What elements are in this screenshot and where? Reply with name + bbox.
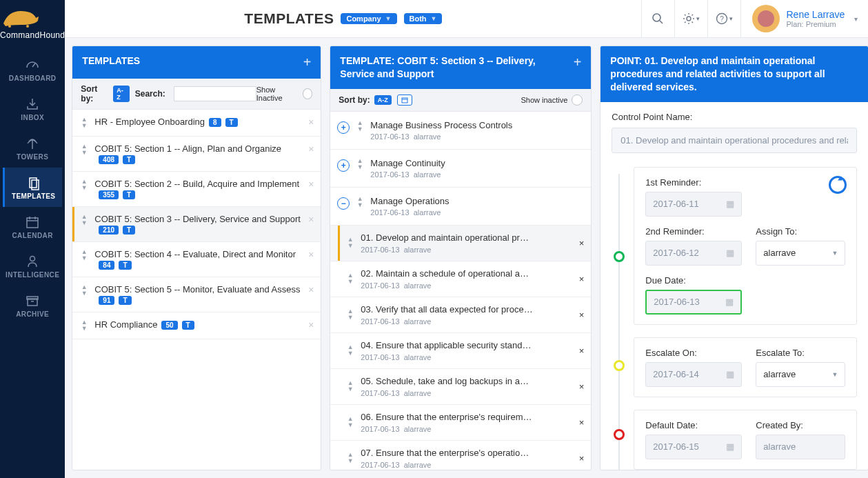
timeline	[612, 167, 634, 470]
reminder-card: 1st Reminder: 2017-06-11 ▦	[634, 167, 857, 325]
template-row[interactable]: ▲▼COBIT 5: Section 1 -- Align, Plan and …	[72, 137, 321, 172]
count-badge: 50	[161, 321, 177, 330]
svg-line-24	[692, 14, 693, 16]
timeline-dot-yellow	[614, 360, 625, 371]
nav-label: ARCHIVE	[16, 310, 49, 318]
template-row[interactable]: ▲▼HR - Employee Onboarding8T×	[72, 110, 321, 137]
point-detail-title: POINT: 01. Develop and maintain operatio…	[610, 54, 858, 94]
svg-rect-6	[27, 218, 38, 228]
drag-handle[interactable]: ▲▼	[345, 380, 355, 392]
assign-to-select[interactable]: alarrave ▼	[756, 241, 845, 266]
close-icon[interactable]: ×	[579, 381, 585, 392]
close-icon[interactable]: ×	[579, 274, 585, 284]
drag-handle[interactable]: ▲▼	[79, 319, 89, 332]
close-icon[interactable]: ×	[308, 214, 314, 225]
type-badge: T	[225, 118, 238, 127]
show-inactive-toggle[interactable]	[303, 88, 312, 99]
brand-logo: CommandHound	[0, 6, 65, 40]
point-row[interactable]: ▲▼04. Ensure that applicable security st…	[330, 333, 591, 369]
point-row[interactable]: ▲▼02. Maintain a schedule of operational…	[330, 261, 591, 297]
search-button[interactable]	[641, 0, 674, 38]
nav-item-towers[interactable]: TOWERS	[3, 128, 62, 168]
type-selector[interactable]: Both ▼	[404, 13, 443, 24]
drag-handle[interactable]: ▲▼	[345, 272, 355, 285]
escalate-to-select[interactable]: alarrave ▼	[756, 362, 845, 387]
point-row[interactable]: ▲▼05. Schedule, take and log backups in …	[330, 369, 591, 405]
point-row[interactable]: ▲▼07. Ensure that the enterprise's opera…	[330, 441, 591, 470]
template-row[interactable]: ▲▼COBIT 5: Section 5 -- Monitor, Evaluat…	[72, 277, 321, 312]
settings-button[interactable]: ▾	[674, 0, 707, 38]
template-row[interactable]: ▲▼HR Compliance50T×	[72, 312, 321, 339]
show-inactive-toggle[interactable]	[572, 94, 583, 106]
close-icon[interactable]: ×	[308, 319, 314, 330]
control-point-name-input[interactable]	[612, 128, 857, 153]
template-row[interactable]: ▲▼COBIT 5: Section 2 -- Build, Acquire a…	[72, 172, 321, 207]
second-reminder-input[interactable]: 2017-06-12 ▦	[645, 241, 742, 266]
template-row[interactable]: ▲▼COBIT 5: Section 3 -- Delivery, Servic…	[72, 207, 321, 242]
due-date-input[interactable]: 2017-06-13 ▦	[645, 290, 742, 315]
template-title: COBIT 5: Section 5 -- Monitor, Evaluate …	[94, 284, 300, 295]
point-row[interactable]: ▲▼01. Develop and maintain operational p…	[330, 226, 591, 261]
template-row[interactable]: ▲▼COBIT 5: Section 4 -- Evaluate, Direct…	[72, 242, 321, 277]
close-icon[interactable]: ×	[308, 249, 314, 260]
calendar-icon	[401, 97, 408, 103]
search-input[interactable]	[174, 86, 256, 101]
drag-handle[interactable]: ▲▼	[79, 249, 89, 261]
nav-item-inbox[interactable]: INBOX	[3, 89, 62, 128]
nav-item-calendar[interactable]: CALENDAR	[3, 207, 62, 246]
help-button[interactable]: ? ▾	[707, 0, 740, 38]
collapse-icon[interactable]: −	[337, 197, 350, 210]
drag-handle[interactable]: ▲▼	[355, 158, 365, 170]
sortby-label: Sort by:	[339, 95, 370, 105]
drag-handle[interactable]: ▲▼	[345, 416, 355, 428]
add-template-button[interactable]: +	[303, 54, 312, 70]
close-icon[interactable]: ×	[579, 238, 585, 248]
close-icon[interactable]: ×	[579, 310, 585, 320]
first-reminder-input[interactable]: 2017-06-11 ▦	[645, 192, 742, 217]
default-date-input[interactable]: 2017-06-15 ▦	[645, 435, 742, 459]
point-row[interactable]: ▲▼06. Ensure that the enterprise's requi…	[330, 405, 591, 441]
drag-handle[interactable]: ▲▼	[79, 214, 89, 226]
drag-handle[interactable]: ▲▼	[345, 452, 355, 464]
escalate-on-input[interactable]: 2017-06-14 ▦	[645, 362, 742, 387]
point-row[interactable]: ▲▼03. Verify that all data expected for …	[330, 297, 591, 333]
drag-handle[interactable]: ▲▼	[345, 237, 355, 249]
close-icon[interactable]: ×	[308, 179, 314, 190]
close-icon[interactable]: ×	[579, 346, 585, 356]
chevron-down-icon: ▾	[729, 15, 733, 22]
templates-toolbar: Sort by: A-Z Search: Show Inactive	[72, 79, 321, 110]
close-icon[interactable]: ×	[308, 284, 314, 295]
drag-handle[interactable]: ▲▼	[79, 179, 89, 191]
close-icon[interactable]: ×	[308, 143, 314, 155]
drag-handle[interactable]: ▲▼	[79, 117, 89, 129]
template-detail-column: TEMPLATE: COBIT 5: Section 3 -- Delivery…	[330, 46, 592, 470]
scope-selector[interactable]: Company ▼	[341, 13, 396, 24]
point-meta: 2017-06-13 alarrave	[361, 461, 578, 469]
drag-handle[interactable]: ▲▼	[79, 284, 89, 297]
drag-handle[interactable]: ▲▼	[79, 143, 89, 156]
sort-az-button[interactable]: A-Z	[374, 95, 392, 105]
sort-az-button[interactable]: A-Z	[113, 86, 130, 102]
nav-item-archive[interactable]: ARCHIVE	[3, 286, 62, 325]
timeline-dot-green	[614, 251, 625, 262]
drag-handle[interactable]: ▲▼	[345, 308, 355, 321]
nav-item-dashboard[interactable]: DASHBOARD	[3, 50, 62, 89]
drag-handle[interactable]: ▲▼	[355, 196, 365, 208]
close-icon[interactable]: ×	[579, 417, 585, 428]
user-menu[interactable]: Rene Larrave Plan: Premium ▾	[740, 0, 869, 38]
expand-icon[interactable]: +	[337, 121, 350, 134]
add-point-button[interactable]: +	[574, 54, 582, 70]
user-name: Rene Larrave	[787, 9, 845, 20]
close-icon[interactable]: ×	[579, 453, 585, 464]
group-row[interactable]: −▲▼Manage Operations2017-06-13 alarrave	[330, 188, 591, 226]
group-row[interactable]: +▲▼Manage Continuity2017-06-13 alarrave	[330, 150, 591, 188]
refresh-icon[interactable]	[829, 176, 847, 194]
close-icon[interactable]: ×	[308, 117, 314, 128]
expand-icon[interactable]: +	[337, 159, 350, 172]
nav-item-intelligence[interactable]: INTELLIGENCE	[3, 246, 62, 286]
nav-item-templates[interactable]: TEMPLATES	[3, 168, 62, 207]
group-row[interactable]: +▲▼Manage Business Process Controls2017-…	[330, 112, 591, 150]
drag-handle[interactable]: ▲▼	[345, 344, 355, 357]
drag-handle[interactable]: ▲▼	[355, 120, 365, 132]
sort-date-button[interactable]	[397, 94, 412, 106]
